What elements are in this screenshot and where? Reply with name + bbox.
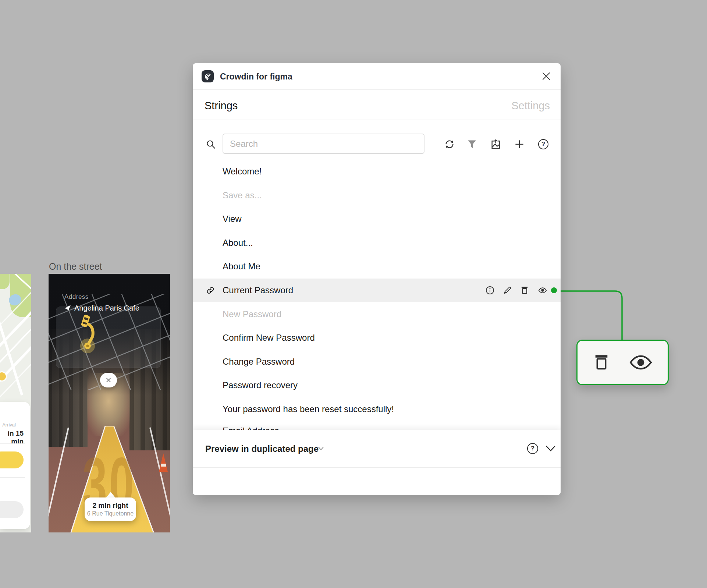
- string-row[interactable]: Your password has been reset successfull…: [193, 397, 561, 421]
- search-input[interactable]: [223, 134, 424, 153]
- preview-row[interactable]: Preview in duplicated page ?: [193, 430, 561, 468]
- string-row[interactable]: About...: [193, 231, 561, 255]
- string-row[interactable]: Password recovery: [193, 373, 561, 397]
- map-frame[interactable]: Arrival in 15 min: [0, 274, 31, 532]
- crowdin-plugin-window: Crowdin for figma Strings Settings: [193, 63, 561, 495]
- collapse-panel-button[interactable]: [545, 444, 557, 453]
- card-divider: [0, 443, 25, 444]
- card-divider-2: [0, 477, 25, 478]
- sync-button[interactable]: [444, 138, 455, 150]
- primary-action-button-fragment[interactable]: [0, 451, 24, 468]
- close-plugin-button[interactable]: [541, 71, 552, 82]
- taxi-route: [71, 314, 129, 366]
- string-row[interactable]: About Me: [193, 255, 561, 278]
- string-row[interactable]: Email Address: [193, 419, 561, 430]
- plugin-header: Crowdin for figma: [193, 63, 561, 90]
- close-ar-button[interactable]: [100, 373, 117, 387]
- direction-arrow: [106, 492, 116, 498]
- crowdin-logo-icon: [202, 70, 214, 82]
- help-icon: ?: [538, 139, 548, 149]
- search-box: [223, 134, 424, 154]
- navigate-icon: [65, 305, 71, 311]
- close-icon: [106, 377, 111, 383]
- export-image-icon: [490, 139, 501, 150]
- artboard-label[interactable]: On the street: [49, 261, 102, 272]
- string-info-button[interactable]: [485, 286, 495, 295]
- actions-callout: [576, 340, 669, 385]
- plugin-title: Crowdin for figma: [220, 63, 292, 90]
- trash-icon: [520, 286, 529, 295]
- direction-title: 2 min right: [92, 502, 128, 510]
- string-edit-button[interactable]: [502, 286, 512, 295]
- plugin-tabs: Strings Settings: [193, 91, 561, 120]
- connector-dot: [551, 287, 557, 293]
- preview-panel: Preview in duplicated page ?: [193, 430, 561, 495]
- figma-canvas: On the street Arrival in 15 min: [0, 0, 707, 588]
- filter-icon: [467, 139, 477, 149]
- address-label: Address: [64, 293, 89, 301]
- direction-tooltip: 2 min right 6 Rue Tiquetonne: [85, 497, 136, 521]
- eye-icon[interactable]: [629, 354, 653, 371]
- string-row-clipped: Email Address: [193, 419, 561, 430]
- info-icon: [485, 286, 495, 295]
- string-row[interactable]: View: [193, 207, 561, 231]
- chevron-down-icon[interactable]: [318, 446, 324, 451]
- street-frame[interactable]: 30 2 min right 6 Rue Tiquetonne Address: [49, 274, 170, 532]
- string-row[interactable]: Confirm New Password: [193, 326, 561, 350]
- help-button[interactable]: ?: [537, 138, 549, 150]
- help-icon: ?: [527, 443, 538, 454]
- sync-icon: [444, 139, 455, 150]
- traffic-cone-band: [161, 464, 166, 467]
- plus-icon: [514, 139, 525, 150]
- trash-icon[interactable]: [593, 353, 610, 372]
- direction-subtitle: 6 Rue Tiquetonne: [87, 510, 134, 517]
- string-preview-button[interactable]: [538, 286, 547, 295]
- tab-strings[interactable]: Strings: [205, 91, 238, 120]
- close-icon: [541, 71, 551, 81]
- search-icon: [206, 139, 216, 149]
- string-delete-button[interactable]: [520, 286, 529, 295]
- string-row[interactable]: Welcome!: [193, 160, 561, 183]
- string-row[interactable]: Save as...: [193, 184, 561, 207]
- preview-label: Preview in duplicated page: [205, 430, 319, 468]
- add-string-button[interactable]: [514, 138, 525, 150]
- address-value: Angelina Paris Cafe: [74, 304, 139, 312]
- filter-button[interactable]: [466, 138, 478, 150]
- tab-settings[interactable]: Settings: [511, 91, 550, 120]
- link-icon: [206, 286, 215, 295]
- eye-icon: [538, 285, 547, 295]
- string-row-selected[interactable]: Current Password: [193, 279, 561, 302]
- preview-help-button[interactable]: ?: [527, 443, 538, 454]
- chevron-down-icon: [545, 445, 556, 452]
- traffic-cone: [159, 453, 168, 472]
- selected-string-label: Current Password: [223, 279, 293, 302]
- string-row[interactable]: Change Password: [193, 350, 561, 373]
- string-row[interactable]: New Password: [193, 302, 561, 326]
- arrival-label: Arrival: [0, 422, 16, 428]
- pencil-icon: [502, 286, 512, 295]
- export-preview-button[interactable]: [490, 138, 501, 150]
- secondary-action-button-fragment[interactable]: [0, 501, 24, 518]
